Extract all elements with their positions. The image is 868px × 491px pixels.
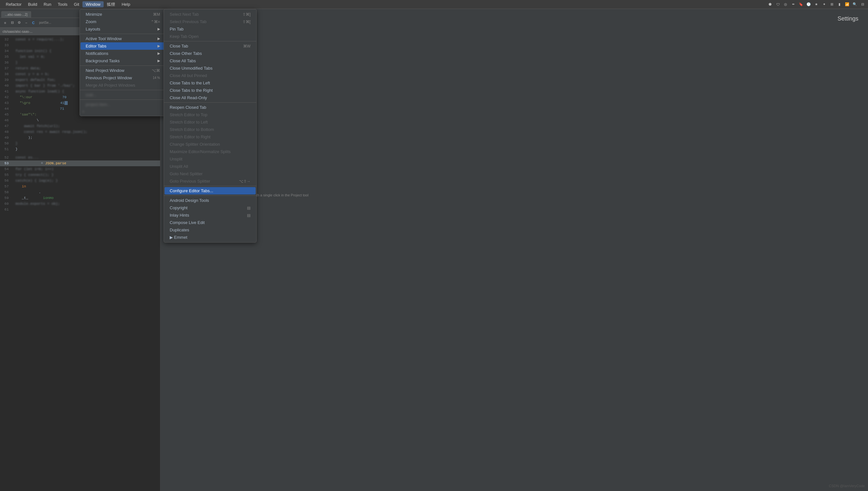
code-line-48: 48 const res = await resp.json();: [0, 129, 160, 135]
submenu-compose-live-edit[interactable]: Compose Live Edit: [164, 219, 256, 226]
submenu-select-next-tab: Select Next Tab ⇧⌘]: [164, 10, 256, 18]
menubar-build[interactable]: Build: [25, 1, 40, 7]
menubar-tools[interactable]: Tools: [55, 1, 70, 7]
code-line-47: 47 await fetch(url);: [0, 123, 160, 129]
code-line-49: 49 );: [0, 135, 160, 141]
menubar-help[interactable]: Help: [118, 1, 133, 7]
small-font-item: Use small font for labels: [170, 82, 858, 88]
code-line-55: 55 try { connect(); }: [0, 172, 160, 178]
menubar: Refactor Build Run Tools Git Window 狐狸 H…: [0, 0, 868, 9]
code-line-58: 58 .: [0, 189, 160, 195]
submenu-close-all-but-pinned: Close All but Pinned: [164, 72, 256, 79]
menu-prev-project-window-label: Previous Project Window: [86, 76, 153, 80]
close-button-row: Close button position: Right Left None: [170, 130, 858, 138]
submenu-change-splitter: Change Splitter Orientation: [164, 141, 256, 148]
submenu-inlay-hints-label: Inlay Hints: [170, 213, 247, 218]
submenu-close-all-tabs[interactable]: Close All Tabs: [164, 57, 256, 64]
appearance-title: Appearance: [170, 36, 858, 41]
code-line-52: 52 const es...: [0, 155, 160, 161]
menu-background-tasks-arrow: ▶: [157, 59, 160, 63]
code-line-54: 54 for (let i=0; i++): [0, 166, 160, 172]
menu-project-1[interactable]: izati...: [81, 91, 165, 98]
submenu-close-tabs-left[interactable]: Close Tabs to the Left: [164, 79, 256, 87]
menu-project-2[interactable]: project item...: [81, 101, 165, 108]
submenu-select-next-tab-label: Select Next Tab: [170, 12, 243, 17]
wifi-icon: 📶: [844, 2, 850, 7]
submenu-close-unmodified[interactable]: Close Unmodified Tabs: [164, 64, 256, 72]
submenu-copyright[interactable]: Copyright ▤: [164, 204, 256, 211]
submenu-close-all-tabs-label: Close All Tabs: [170, 58, 250, 63]
menu-notifications[interactable]: Notifications ▶: [81, 50, 165, 57]
submenu-reopen-closed-label: Reopen Closed Tab: [170, 105, 250, 110]
menu-minimize-shortcut: ⌘M: [153, 12, 160, 17]
code-tab-1[interactable]: ...alsc-saas-...2]: [1, 11, 31, 18]
submenu-close-tab-label: Close Tab: [170, 44, 243, 49]
submenu-copyright-label: Copyright: [170, 205, 247, 210]
submenu-inlay-hints[interactable]: Inlay Hints ▤: [164, 211, 256, 219]
collapse-icon[interactable]: ⊟: [10, 20, 15, 25]
submenu-pin-tab-label: Pin Tab: [170, 27, 250, 31]
menubar-fox[interactable]: 狐狸: [103, 1, 118, 8]
menu-next-project-window-shortcut: ⌥⌘: [152, 68, 160, 73]
menu-next-project-window[interactable]: Next Project Window ⌥⌘: [81, 67, 165, 74]
submenu-emmet-label: ▶ Emmet: [170, 235, 250, 240]
code-line-46: 46 \: [0, 117, 160, 123]
tab-placement-row: Tab placement: Top Bottom Left Right Non…: [170, 45, 858, 53]
submenu-pin-tab[interactable]: Pin Tab: [164, 25, 256, 33]
settings-icon[interactable]: ⚙: [17, 20, 22, 25]
show-file-icon-item: Show file icon: [170, 90, 858, 96]
when-exceed-row: When tabs exceed the limit:: [170, 230, 858, 235]
menubar-window[interactable]: Window: [83, 1, 103, 7]
submenu-stretch-top: Stretch Editor to Top: [164, 111, 256, 118]
code-line-60: 60 module.exports = obj;: [0, 201, 160, 207]
menu-background-tasks[interactable]: Background Tasks ▶: [81, 57, 165, 64]
submenu-inlay-hints-shortcut: ▤: [247, 213, 250, 218]
submenu-duplicates-label: Duplicates: [170, 228, 250, 232]
pen-icon: ✒: [790, 2, 796, 7]
menu-zoom[interactable]: Zoom ⌃⌘=: [81, 18, 165, 25]
close-tab-icon[interactable]: C: [31, 20, 36, 25]
submenu-sep-1: [164, 41, 256, 41]
submenu-select-prev-tab-label: Select Previous Tab: [170, 19, 243, 24]
menubar-run[interactable]: Run: [40, 1, 55, 7]
submenu-android-design-label: Android Design Tools: [170, 198, 250, 203]
submenu-unsplit: Unsplit: [164, 155, 256, 163]
submenu-close-unmodified-label: Close Unmodified Tabs: [170, 66, 250, 70]
menu-active-tool-window[interactable]: Active Tool Window ▶: [81, 35, 165, 42]
submenu-reopen-closed[interactable]: Reopen Closed Tab: [164, 104, 256, 111]
submenu-stretch-bottom-label: Stretch Editor to Bottom: [170, 127, 250, 132]
menu-zoom-shortcut: ⌃⌘=: [151, 20, 160, 24]
menu-editor-tabs-arrow: ▶: [157, 44, 160, 48]
menubar-git[interactable]: Git: [70, 1, 83, 7]
menu-layouts-label: Layouts: [86, 27, 155, 31]
submenu-configure-editor-tabs[interactable]: Configure Editor Tabs...: [164, 187, 256, 195]
submenu-emmet[interactable]: ▶ Emmet: [164, 234, 256, 241]
minimize-icon[interactable]: −: [24, 20, 29, 25]
code-line-57: 57 in: [0, 183, 160, 189]
submenu-unsplit-all-label: Unsplit All: [170, 164, 250, 169]
submenu-sep-3: [164, 186, 256, 186]
search-icon[interactable]: 🔍: [852, 2, 858, 7]
settings-title: Settings: [838, 16, 858, 22]
menu-editor-tabs[interactable]: Editor Tabs ▶: [81, 42, 165, 50]
menubar-refactor[interactable]: Refactor: [3, 1, 25, 7]
submenu-close-other-tabs[interactable]: Close Other Tabs: [164, 50, 256, 57]
menu-minimize[interactable]: Minimize ⌘M: [81, 10, 165, 18]
submenu-duplicates[interactable]: Duplicates: [164, 226, 256, 234]
mark-modified-item: Mark modified (*): [170, 114, 858, 120]
code-line-50: 50 }: [0, 141, 160, 146]
menu-prev-project-window[interactable]: Previous Project Window 14 %: [81, 74, 165, 82]
submenu-close-tabs-right-label: Close Tabs to the Right: [170, 88, 250, 93]
enable-preview-item: Enable preview tab: [170, 184, 858, 191]
submenu-unsplit-label: Unsplit: [170, 156, 250, 162]
submenu-close-tab[interactable]: Close Tab ⌘W: [164, 42, 256, 50]
menu-sep-4: [80, 99, 166, 100]
menu-layouts[interactable]: Layouts ▶: [81, 25, 165, 33]
submenu-close-tabs-right[interactable]: Close Tabs to the Right: [164, 87, 256, 94]
submenu-close-all-readonly[interactable]: Close All Read-Only: [164, 94, 256, 102]
code-line-56: 56 catch(e) { log(e); }: [0, 178, 160, 183]
submenu-android-design[interactable]: Android Design Tools: [164, 197, 256, 204]
submenu-keep-tab-open-label: Keep Tab Open: [170, 34, 250, 39]
submenu-close-tab-shortcut: ⌘W: [243, 44, 250, 49]
list-icon[interactable]: ≡: [3, 20, 8, 25]
